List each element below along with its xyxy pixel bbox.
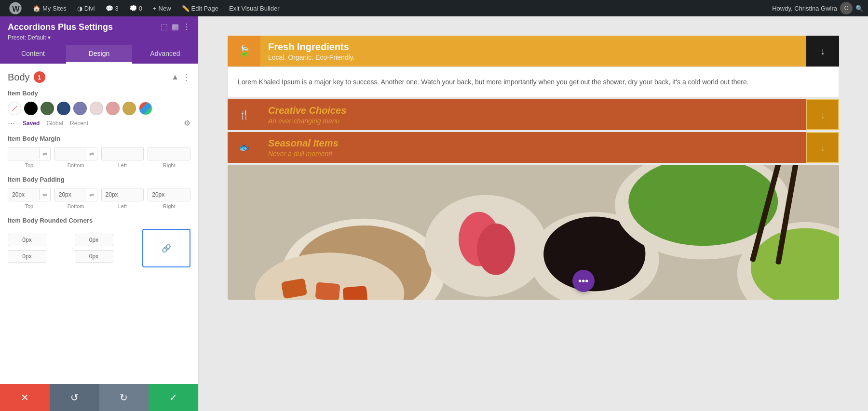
- swatch-no-color[interactable]: [8, 102, 21, 115]
- section-title-row: Body 1: [8, 71, 45, 83]
- padding-bottom-link-icon[interactable]: ⇌: [86, 189, 97, 200]
- pencil-icon: ✏️: [182, 5, 190, 12]
- corner-br-input[interactable]: [75, 250, 113, 263]
- margin-bottom-input[interactable]: [55, 147, 86, 160]
- seasonal-icon-col: 🐟: [228, 132, 260, 163]
- margin-left-input[interactable]: [102, 147, 144, 160]
- margin-right-pair: [148, 147, 190, 160]
- padding-left-label: Left: [101, 203, 144, 209]
- swatch-black[interactable]: [24, 102, 38, 115]
- tab-content[interactable]: Content: [0, 45, 66, 64]
- more-options-icon[interactable]: ⋮: [183, 22, 190, 31]
- exit-builder-label: Exit Visual Builder: [229, 5, 280, 12]
- divi-button[interactable]: ◑ Divi: [73, 0, 99, 16]
- padding-top-input[interactable]: [8, 188, 39, 201]
- tab-design[interactable]: Design: [66, 45, 132, 64]
- global-tab[interactable]: Global: [46, 120, 63, 127]
- user-greeting: Howdy, Christina Gwira: [772, 5, 837, 12]
- tab-advanced[interactable]: Advanced: [132, 45, 198, 64]
- section-more-icon[interactable]: ⋮: [182, 72, 190, 82]
- my-sites-label: My Sites: [42, 5, 67, 12]
- recent-tab[interactable]: Recent: [70, 120, 88, 127]
- panel-header: Accordions Plus Settings Preset: Default…: [0, 16, 198, 45]
- edit-page-button[interactable]: ✏️ Edit Page: [178, 0, 222, 16]
- margin-top-input[interactable]: [8, 147, 39, 160]
- comment-count-button[interactable]: 💬 3: [102, 0, 122, 16]
- margin-top-label: Top: [8, 162, 51, 168]
- comment-icon: 💬: [106, 5, 113, 12]
- padding-right-input[interactable]: [148, 188, 190, 201]
- body-section-header: Body 1 ▲ ⋮: [8, 71, 190, 83]
- minimize-icon[interactable]: ⬚: [161, 22, 168, 31]
- new-button[interactable]: + New: [149, 0, 175, 16]
- link-icon: 🔗: [162, 244, 171, 253]
- exit-builder-button[interactable]: Exit Visual Builder: [225, 0, 284, 16]
- margin-field-group: Item Body Margin ⇌ ⇌: [8, 135, 190, 168]
- rounded-corners-label: Item Body Rounded Corners: [8, 217, 190, 224]
- color-tabs: Saved Global Recent: [23, 120, 88, 127]
- divi-icon: ◑: [77, 5, 82, 12]
- accordion-seasonal-header[interactable]: 🐟 Seasonal Items Never a dull moment! ↓: [228, 132, 839, 163]
- swatch-pink[interactable]: [106, 102, 120, 115]
- padding-left-input[interactable]: [102, 188, 144, 201]
- margin-top-link-icon[interactable]: ⇌: [39, 148, 50, 159]
- margin-labels: Top Bottom Left Right: [8, 162, 190, 168]
- swatch-light[interactable]: [90, 102, 103, 115]
- corner-link-visual[interactable]: 🔗: [142, 229, 190, 267]
- admin-bar: W 🏠 My Sites ◑ Divi 💬 3 💭 0 + New ✏️ Edi…: [0, 0, 868, 16]
- floating-action-button[interactable]: •••: [572, 270, 595, 292]
- tabs-row: Content Design Advanced: [0, 45, 198, 64]
- section-title: Body: [8, 72, 30, 83]
- margin-left-pair: [101, 147, 144, 160]
- cancel-button[interactable]: ✕: [0, 384, 50, 411]
- margin-bottom-link-icon[interactable]: ⇌: [86, 148, 97, 159]
- svg-rect-18: [315, 282, 340, 300]
- accordion-fresh: 🍃 Fresh Ingredients Local. Organic. Eco-…: [228, 36, 839, 97]
- padding-bottom-label: Bottom: [54, 203, 97, 209]
- preset-selector[interactable]: Preset: Default ▾: [8, 34, 113, 41]
- bubble-count-button[interactable]: 💭 0: [125, 0, 146, 16]
- corner-bl-input[interactable]: [8, 250, 46, 263]
- avatar[interactable]: C: [840, 2, 853, 14]
- wp-logo-button[interactable]: W: [5, 0, 26, 16]
- margin-right-input[interactable]: [148, 147, 190, 160]
- accordion-seasonal: 🐟 Seasonal Items Never a dull moment! ↓: [228, 132, 839, 163]
- search-icon[interactable]: 🔍: [855, 5, 863, 12]
- margin-top-pair: ⇌: [8, 147, 51, 160]
- padding-bottom-input[interactable]: [55, 188, 86, 201]
- save-button[interactable]: ✓: [149, 384, 198, 411]
- seasonal-toggle[interactable]: ↓: [806, 132, 839, 163]
- swatch-dark-blue[interactable]: [57, 102, 70, 115]
- swatch-dark-green[interactable]: [41, 102, 54, 115]
- fresh-title: Fresh Ingredients: [268, 41, 799, 53]
- corner-tr-input[interactable]: [75, 234, 113, 246]
- accordion-creative: 🍴 Creative Choices An ever-changing menu…: [228, 99, 839, 130]
- padding-row: ⇌ ⇌: [8, 188, 190, 201]
- padding-top-link-icon[interactable]: ⇌: [39, 189, 50, 200]
- corner-tl-input[interactable]: [8, 234, 46, 246]
- content-area: 🍃 Fresh Ingredients Local. Organic. Eco-…: [199, 16, 868, 411]
- chevron-up-icon[interactable]: ▲: [171, 73, 179, 81]
- accordion-creative-header[interactable]: 🍴 Creative Choices An ever-changing menu…: [228, 99, 839, 130]
- edit-page-label: Edit Page: [191, 5, 218, 12]
- padding-right-pair: [148, 188, 190, 201]
- my-sites-button[interactable]: 🏠 My Sites: [29, 0, 70, 16]
- color-settings-icon[interactable]: ⚙: [184, 119, 190, 128]
- accordion-fresh-header[interactable]: 🍃 Fresh Ingredients Local. Organic. Eco-…: [228, 36, 839, 66]
- redo-button[interactable]: ↻: [99, 384, 149, 411]
- panel-title: Accordions Plus Settings: [8, 22, 113, 32]
- more-swatches-icon[interactable]: ···: [8, 118, 15, 128]
- section-controls: ▲ ⋮: [171, 72, 190, 82]
- swatch-color-picker[interactable]: [139, 102, 152, 115]
- creative-toggle[interactable]: ↓: [806, 99, 839, 130]
- fresh-subtitle: Local. Organic. Eco-Friendly.: [268, 53, 799, 61]
- swatch-lavender[interactable]: [73, 102, 87, 115]
- fresh-toggle[interactable]: ↓: [806, 36, 839, 66]
- panel-header-icons: ⬚ ▦ ⋮: [161, 22, 190, 31]
- swatch-gold[interactable]: [122, 102, 136, 115]
- margin-bottom-label: Bottom: [54, 162, 97, 168]
- undo-button[interactable]: ↺: [50, 384, 99, 411]
- saved-tab[interactable]: Saved: [23, 120, 40, 127]
- grid-icon[interactable]: ▦: [172, 22, 179, 31]
- seasonal-text-col: Seasonal Items Never a dull moment!: [260, 132, 806, 163]
